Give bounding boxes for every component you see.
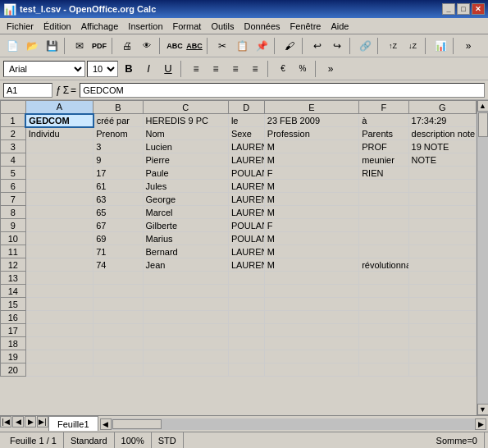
cell-E5[interactable]: F	[264, 167, 358, 180]
menu-format[interactable]: Format	[168, 20, 207, 33]
cell-G14[interactable]	[408, 285, 476, 298]
cell-B11[interactable]: 71	[93, 245, 143, 258]
cell-C10[interactable]: Marius	[143, 232, 228, 245]
cell-F1[interactable]: à	[359, 114, 408, 127]
cell-A19[interactable]	[25, 350, 93, 363]
currency-button[interactable]: €	[274, 60, 292, 78]
next-tab-button[interactable]: ▶	[25, 416, 36, 427]
col-header-d[interactable]: D	[228, 101, 264, 114]
cell-E2[interactable]: Profession	[264, 127, 358, 140]
cell-A8[interactable]	[25, 206, 93, 219]
col-header-c[interactable]: C	[143, 101, 228, 114]
cell-D10[interactable]: POULANGE	[228, 232, 264, 245]
cell-A13[interactable]	[25, 272, 93, 285]
font-selector[interactable]: Arial	[3, 61, 85, 77]
cell-D1[interactable]: le	[228, 114, 264, 127]
cell-B2[interactable]: Prenom	[93, 127, 143, 140]
cell-reference[interactable]: A1	[3, 83, 52, 98]
cell-D6[interactable]: LAURENT	[228, 180, 264, 193]
undo-button[interactable]: ↩	[308, 37, 326, 55]
minimize-button[interactable]: _	[442, 3, 455, 15]
cell-C13[interactable]	[143, 272, 228, 285]
cell-D9[interactable]: POULANGE	[228, 219, 264, 232]
bold-button[interactable]: B	[120, 60, 138, 78]
scroll-up-button[interactable]: ▲	[477, 100, 489, 112]
cell-B1[interactable]: créé par	[93, 114, 143, 127]
cell-A18[interactable]	[25, 337, 93, 350]
cell-A10[interactable]	[25, 232, 93, 245]
scroll-thumb[interactable]	[478, 112, 488, 137]
cell-A11[interactable]	[25, 245, 93, 258]
print-button[interactable]: 🖨	[118, 37, 136, 55]
cell-F2[interactable]: Parents	[359, 127, 408, 140]
redo-button[interactable]: ↪	[328, 37, 346, 55]
cell-B9[interactable]: 67	[93, 219, 143, 232]
sheet-tab[interactable]: Feuille1	[48, 416, 98, 431]
cell-F8[interactable]	[359, 206, 408, 219]
sort-asc-button[interactable]: ↑Z	[384, 37, 402, 55]
menu-outils[interactable]: Outils	[206, 20, 239, 33]
cell-E19[interactable]	[264, 350, 358, 363]
cell-D14[interactable]	[228, 285, 264, 298]
cell-C16[interactable]	[143, 311, 228, 324]
cell-G12[interactable]	[408, 258, 476, 272]
cell-A17[interactable]	[25, 324, 93, 337]
cell-E10[interactable]: M	[264, 232, 358, 245]
justify-button[interactable]: ≡	[246, 60, 264, 78]
formula-input[interactable]	[80, 83, 485, 98]
cell-A6[interactable]	[25, 180, 93, 193]
scroll-track[interactable]	[477, 112, 489, 404]
cell-C5[interactable]: Paule	[143, 167, 228, 180]
cell-A14[interactable]	[25, 285, 93, 298]
cell-C1[interactable]: HEREDIS 9 PC	[143, 114, 228, 127]
paste-button[interactable]: 📌	[253, 37, 271, 55]
cell-C15[interactable]	[143, 298, 228, 311]
cell-D16[interactable]	[228, 311, 264, 324]
cell-B8[interactable]: 65	[93, 206, 143, 219]
cell-G7[interactable]	[408, 193, 476, 206]
cell-F16[interactable]	[359, 311, 408, 324]
menu-donnees[interactable]: Données	[239, 20, 285, 33]
cell-B6[interactable]: 61	[93, 180, 143, 193]
cell-F17[interactable]	[359, 324, 408, 337]
open-button[interactable]: 📂	[23, 37, 41, 55]
cell-G16[interactable]	[408, 311, 476, 324]
cell-B16[interactable]	[93, 311, 143, 324]
cell-D12[interactable]: LAURENT	[228, 258, 264, 272]
cell-F7[interactable]	[359, 193, 408, 206]
cell-G20[interactable]	[408, 363, 476, 377]
cell-E11[interactable]: M	[264, 245, 358, 258]
cell-B4[interactable]: 9	[93, 153, 143, 167]
cell-A20[interactable]	[25, 363, 93, 377]
align-left-button[interactable]: ≡	[187, 60, 205, 78]
function-wizard-icon[interactable]: ƒ	[56, 85, 62, 96]
hscroll-track[interactable]	[112, 418, 475, 430]
menu-insertion[interactable]: Insertion	[123, 20, 167, 33]
cell-B17[interactable]	[93, 324, 143, 337]
cell-D17[interactable]	[228, 324, 264, 337]
cell-A9[interactable]	[25, 219, 93, 232]
col-header-e[interactable]: E	[264, 101, 358, 114]
cell-A7[interactable]	[25, 193, 93, 206]
cell-D3[interactable]: LAURENT	[228, 140, 264, 153]
cell-C7[interactable]: George	[143, 193, 228, 206]
scroll-right-button[interactable]: ▶	[475, 418, 486, 430]
cell-C2[interactable]: Nom	[143, 127, 228, 140]
cell-D13[interactable]	[228, 272, 264, 285]
spell-button[interactable]: ABC	[166, 37, 184, 55]
cell-F3[interactable]: PROF	[359, 140, 408, 153]
equals-icon[interactable]: =	[71, 85, 76, 96]
cell-D8[interactable]: LAURENT	[228, 206, 264, 219]
percent-button[interactable]: %	[294, 60, 312, 78]
cell-D11[interactable]: LAURENT	[228, 245, 264, 258]
pdf-button[interactable]: PDF	[90, 37, 108, 55]
cell-B19[interactable]	[93, 350, 143, 363]
menu-edition[interactable]: Édition	[39, 20, 76, 33]
cell-E17[interactable]	[264, 324, 358, 337]
cell-E15[interactable]	[264, 298, 358, 311]
cell-F4[interactable]: meunier	[359, 153, 408, 167]
cell-D20[interactable]	[228, 363, 264, 377]
cell-C9[interactable]: Gilberte	[143, 219, 228, 232]
menu-fenetre[interactable]: Fenêtre	[285, 20, 326, 33]
cell-D15[interactable]	[228, 298, 264, 311]
